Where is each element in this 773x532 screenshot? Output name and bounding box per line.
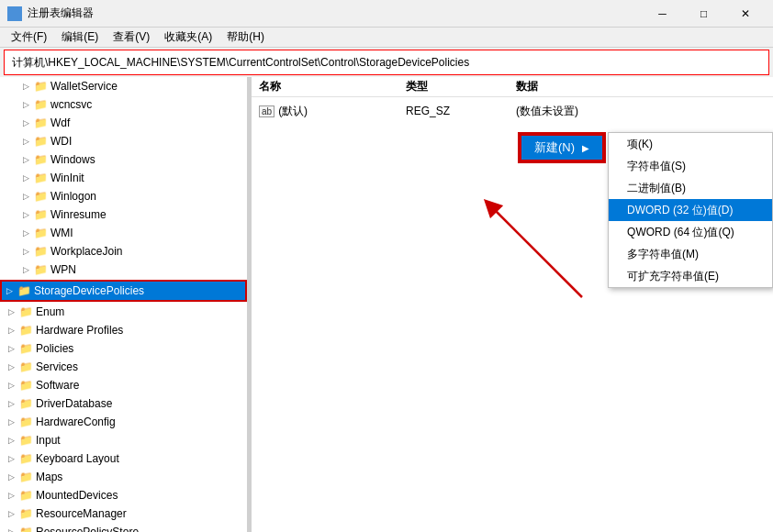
address-text: 计算机\HKEY_LOCAL_MACHINE\SYSTEM\CurrentCon… bbox=[12, 55, 469, 71]
menu-bar: 文件(F)编辑(E)查看(V)收藏夹(A)帮助(H) bbox=[0, 28, 773, 48]
tree-item-wdi[interactable]: ▷ 📁 WDI bbox=[0, 132, 247, 150]
menu-item-f[interactable]: 文件(F) bbox=[4, 28, 54, 47]
folder-icon: 📁 bbox=[18, 379, 33, 392]
tree-arrow: ▷ bbox=[4, 436, 18, 445]
tree-label: Keyboard Layout bbox=[36, 452, 119, 465]
ctx-item-key[interactable]: 项(K) bbox=[609, 133, 772, 155]
ctx-item-multistring[interactable]: 多字符串值(M) bbox=[609, 243, 772, 265]
app-icon bbox=[7, 6, 22, 21]
tree-label: Input bbox=[36, 434, 61, 447]
svg-rect-1 bbox=[16, 8, 20, 13]
folder-icon: 📁 bbox=[18, 397, 33, 410]
tree-item-resourcemanager[interactable]: ▷ 📁 ResourceManager bbox=[0, 504, 247, 523]
tree-item-driverdatabase[interactable]: ▷ 📁 DriverDatabase bbox=[0, 394, 247, 413]
tree-item-winlogon[interactable]: ▷ 📁 Winlogon bbox=[0, 187, 247, 205]
new-button-border: 新建(N) ▶ bbox=[518, 132, 606, 163]
tree-label: MountedDevices bbox=[36, 489, 118, 502]
tree-item-storagedevicepolicies[interactable]: ▷ 📁 StorageDevicePolicies bbox=[2, 282, 245, 300]
folder-icon: 📁 bbox=[33, 153, 48, 166]
tree-item-keyboard-layout[interactable]: ▷ 📁 Keyboard Layout bbox=[0, 449, 247, 468]
col-type: 类型 bbox=[406, 79, 516, 94]
tree-label: Windows bbox=[50, 153, 95, 166]
folder-icon: 📁 bbox=[18, 526, 33, 532]
tree-item-maps[interactable]: ▷ 📁 Maps bbox=[0, 468, 247, 486]
tree-item-input[interactable]: ▷ 📁 Input bbox=[0, 431, 247, 449]
new-button-arrow-icon: ▶ bbox=[582, 143, 589, 153]
tree-item-policies[interactable]: ▷ 📁 Policies bbox=[0, 339, 247, 358]
tree-item-hardware-profiles[interactable]: ▷ 📁 Hardware Profiles bbox=[0, 321, 247, 339]
tree-label: Hardware Profiles bbox=[36, 324, 123, 337]
minimize-button[interactable]: ─ bbox=[642, 0, 683, 28]
menu-item-a[interactable]: 收藏夹(A) bbox=[157, 28, 219, 47]
window-controls: ─ □ ✕ bbox=[642, 0, 766, 28]
tree-item-winresume[interactable]: ▷ 📁 Winresume bbox=[0, 205, 247, 224]
close-button[interactable]: ✕ bbox=[724, 0, 766, 28]
table-row[interactable]: ab (默认) REG_SZ (数值未设置) bbox=[252, 101, 773, 121]
tree-arrow: ▷ bbox=[4, 399, 18, 408]
tree-arrow: ▷ bbox=[4, 527, 18, 532]
tree-label: Services bbox=[36, 360, 78, 373]
tree-label: WalletService bbox=[50, 80, 118, 93]
new-submenu-button[interactable]: 新建(N) ▶ bbox=[520, 134, 604, 161]
folder-icon: 📁 bbox=[18, 324, 33, 337]
ab-icon: ab bbox=[259, 105, 274, 117]
svg-rect-2 bbox=[9, 15, 14, 19]
folder-icon: 📁 bbox=[33, 190, 48, 203]
folder-icon: 📁 bbox=[18, 342, 33, 355]
folder-icon: 📁 bbox=[33, 245, 48, 258]
tree-label: ResourcePolicyStore bbox=[36, 526, 139, 532]
svg-rect-0 bbox=[9, 8, 14, 13]
ctx-item-string[interactable]: 字符串值(S) bbox=[609, 155, 772, 177]
tree-scroll[interactable]: ▷ 📁 WalletService ▷ 📁 wcncsvc ▷ 📁 Wdf ▷ … bbox=[0, 77, 247, 532]
tree-item-resourcepolicystore[interactable]: ▷ 📁 ResourcePolicyStore bbox=[0, 523, 247, 532]
tree-label: Enum bbox=[36, 305, 64, 318]
tree-item-mounteddevices[interactable]: ▷ 📁 MountedDevices bbox=[0, 486, 247, 504]
tree-arrow: ▷ bbox=[4, 362, 18, 371]
tree-arrow: ▷ bbox=[18, 228, 33, 238]
folder-icon: 📁 bbox=[18, 434, 33, 447]
tree-arrow: ▷ bbox=[18, 137, 33, 146]
tree-arrow: ▷ bbox=[4, 381, 18, 390]
folder-icon: 📁 bbox=[17, 284, 31, 297]
tree-label: ResourceManager bbox=[36, 507, 127, 520]
row-name: ab (默认) bbox=[259, 104, 406, 119]
tree-item-wininit[interactable]: ▷ 📁 WinInit bbox=[0, 169, 247, 187]
tree-item-hardwareconfig[interactable]: ▷ 📁 HardwareConfig bbox=[0, 413, 247, 431]
tree-item-wdf[interactable]: ▷ 📁 Wdf bbox=[0, 114, 247, 132]
tree-label: WPN bbox=[50, 263, 76, 276]
tree-item-walletservice[interactable]: ▷ 📁 WalletService bbox=[0, 77, 247, 95]
row-type: REG_SZ bbox=[406, 105, 516, 117]
new-button-wrapper: 新建(N) ▶ bbox=[518, 132, 606, 163]
tree-label: Winresume bbox=[50, 208, 106, 221]
tree-item-software[interactable]: ▷ 📁 Software bbox=[0, 376, 247, 394]
tree-arrow: ▷ bbox=[4, 417, 18, 427]
tree-item-wmi[interactable]: ▷ 📁 WMI bbox=[0, 224, 247, 242]
ctx-item-dword[interactable]: DWORD (32 位)值(D) bbox=[609, 199, 772, 221]
maximize-button[interactable]: □ bbox=[683, 0, 724, 28]
tree-arrow: ▷ bbox=[18, 192, 33, 201]
svg-rect-3 bbox=[16, 15, 20, 19]
tree-arrow: ▷ bbox=[18, 247, 33, 256]
menu-item-v[interactable]: 查看(V) bbox=[106, 28, 157, 47]
menu-item-h[interactable]: 帮助(H) bbox=[219, 28, 272, 47]
tree-arrow: ▷ bbox=[18, 265, 33, 274]
folder-icon: 📁 bbox=[33, 116, 48, 129]
tree-arrow: ▷ bbox=[4, 307, 18, 316]
ctx-item-qword[interactable]: QWORD (64 位)值(Q) bbox=[609, 221, 772, 243]
new-button-label: 新建(N) bbox=[534, 139, 575, 156]
tree-item-windows[interactable]: ▷ 📁 Windows bbox=[0, 150, 247, 169]
tree-item-wpn[interactable]: ▷ 📁 WPN bbox=[0, 260, 247, 279]
tree-item-wcncsvc[interactable]: ▷ 📁 wcncsvc bbox=[0, 95, 247, 114]
folder-icon: 📁 bbox=[18, 305, 33, 318]
folder-icon: 📁 bbox=[18, 360, 33, 373]
tree-item-workplacejoin[interactable]: ▷ 📁 WorkplaceJoin bbox=[0, 242, 247, 260]
ctx-item-binary[interactable]: 二进制值(B) bbox=[609, 177, 772, 199]
menu-item-e[interactable]: 编辑(E) bbox=[54, 28, 106, 47]
folder-icon: 📁 bbox=[18, 416, 33, 428]
ctx-item-expandstring[interactable]: 可扩充字符串值(E) bbox=[609, 265, 772, 287]
tree-label: Policies bbox=[36, 342, 73, 355]
right-header: 名称 类型 数据 bbox=[252, 77, 773, 97]
tree-item-enum[interactable]: ▷ 📁 Enum bbox=[0, 303, 247, 321]
window-title: 注册表编辑器 bbox=[28, 6, 94, 21]
tree-item-services[interactable]: ▷ 📁 Services bbox=[0, 358, 247, 376]
